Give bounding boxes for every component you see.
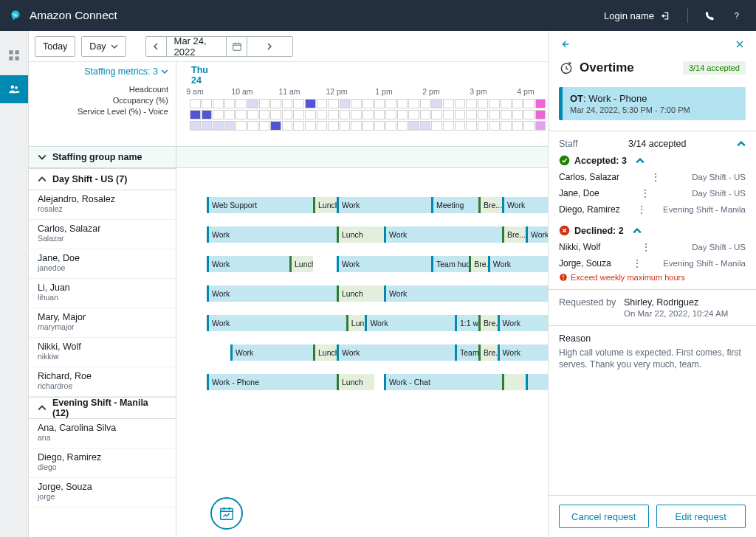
- hour-label: 1 pm: [375, 87, 392, 96]
- agent-row[interactable]: Carlos, SalazarSalazar: [29, 220, 176, 249]
- schedule-block[interactable]: Work: [230, 344, 313, 361]
- schedule-block[interactable]: Web Support: [207, 197, 313, 213]
- date-next[interactable]: [247, 37, 292, 56]
- heatmap-cell: [431, 110, 442, 119]
- schedule-block[interactable]: 1:1 with Ma...: [455, 315, 478, 331]
- group-evening-shift[interactable]: Evening Shift - Manila (12): [29, 397, 176, 419]
- schedule-block[interactable]: Work: [207, 256, 289, 272]
- edit-request-button[interactable]: Edit request: [656, 505, 746, 528]
- person-menu[interactable]: ⋮: [629, 260, 645, 266]
- schedule-block[interactable]: Work: [526, 226, 548, 243]
- schedule-block[interactable]: Bre...: [478, 315, 498, 331]
- schedule-block[interactable]: Lunch: [289, 256, 313, 272]
- schedule-block[interactable]: Lunch: [313, 197, 337, 213]
- schedule-block[interactable]: Bre...: [502, 226, 526, 243]
- help-icon[interactable]: ?: [732, 10, 743, 21]
- calendar-metrics-icon: [219, 505, 235, 522]
- close-icon[interactable]: [734, 38, 746, 50]
- schedule-block[interactable]: Work: [207, 226, 337, 243]
- agent-row[interactable]: Li, Juanlihuan: [29, 279, 176, 308]
- back-icon[interactable]: [559, 38, 571, 50]
- svg-point-0: [13, 13, 14, 15]
- sign-out-icon[interactable]: [660, 10, 671, 21]
- schedule-block[interactable]: Work: [207, 315, 346, 331]
- agent-row[interactable]: Nikki, Wolfnikkiw: [29, 338, 176, 367]
- agent-row[interactable]: Alejandro, Rosalezrosalez: [29, 190, 176, 220]
- intraday-report-button[interactable]: [210, 497, 243, 530]
- login-name-label[interactable]: Login name: [604, 10, 654, 21]
- heatmap-cell: [443, 121, 454, 131]
- agent-row[interactable]: Jane, Doejanedoe: [29, 249, 176, 279]
- view-select[interactable]: Day: [81, 36, 126, 57]
- schedule-block[interactable]: Work: [498, 344, 548, 361]
- schedule-block[interactable]: Work - Phone: [207, 374, 337, 390]
- schedule-block[interactable]: Work: [384, 226, 502, 243]
- heatmap-cell: [293, 121, 304, 131]
- schedule-block[interactable]: Work: [498, 315, 548, 331]
- chevron-up-icon[interactable]: [633, 226, 642, 235]
- schedule-block[interactable]: Work: [207, 285, 337, 302]
- schedule-block[interactable]: Meeting: [431, 197, 478, 213]
- schedule-block[interactable]: Lunch: [313, 344, 337, 361]
- person-menu[interactable]: ⋮: [637, 190, 653, 196]
- product-name: Amazon Connect: [30, 9, 117, 22]
- heatmap-cell: [224, 121, 236, 131]
- schedule-block[interactable]: Bre...: [478, 344, 498, 361]
- schedule-block[interactable]: Team huddle: [431, 256, 469, 272]
- schedule-block[interactable]: Work: [337, 197, 431, 213]
- cancel-request-button[interactable]: Cancel request: [559, 505, 649, 528]
- staffing-group-header[interactable]: Staffing group name: [29, 146, 176, 168]
- declined-section[interactable]: Declined: 2: [559, 225, 746, 236]
- schedule-block[interactable]: Work - Chat: [384, 374, 502, 390]
- agent-row[interactable]: Richard, Roerichardroe: [29, 367, 176, 397]
- heatmap-cell: [190, 99, 201, 108]
- chevron-down-icon: [161, 68, 168, 75]
- date-calendar[interactable]: [226, 37, 247, 56]
- heatmap-cell: [293, 99, 304, 108]
- nav-dashboard[interactable]: [0, 41, 28, 69]
- schedule-block[interactable]: Bre...: [469, 256, 488, 272]
- group-day-shift[interactable]: Day Shift - US (7): [29, 168, 176, 190]
- agent-row[interactable]: Ana, Carolina Silvaana: [29, 419, 176, 448]
- schedule-block[interactable]: Work: [337, 256, 431, 272]
- svg-point-1: [16, 13, 17, 15]
- agent-row[interactable]: Jorge, Souzajorge: [29, 478, 176, 507]
- person-menu[interactable]: ⋮: [647, 174, 664, 180]
- heatmap-cell: [489, 121, 500, 131]
- nav-staffing[interactable]: [0, 75, 28, 103]
- accepted-section[interactable]: Accepted: 3: [559, 155, 746, 166]
- chevron-up-icon[interactable]: [636, 156, 645, 165]
- overtime-card[interactable]: OT: Work - Phone Mar 24, 2022, 5:30 PM -…: [559, 87, 746, 120]
- schedule-block[interactable]: [526, 374, 548, 390]
- phone-icon[interactable]: [704, 10, 715, 21]
- date-display[interactable]: Mar 24, 2022: [167, 35, 227, 58]
- ot-activity: : Work - Phone: [583, 93, 647, 104]
- schedule-block[interactable]: Work: [502, 197, 548, 213]
- person-menu[interactable]: ⋮: [638, 244, 654, 250]
- schedule-block[interactable]: Bre...: [478, 197, 502, 213]
- schedule-block[interactable]: Team huddle: [455, 344, 478, 361]
- agent-name: Ana, Carolina Silva: [38, 423, 167, 433]
- schedule-block[interactable]: Lunch: [337, 374, 374, 390]
- schedule-block[interactable]: Work: [365, 315, 455, 331]
- schedule-block[interactable]: Work: [488, 256, 548, 272]
- schedule-block[interactable]: Lunch: [337, 285, 384, 302]
- agent-row[interactable]: Mary, Majormarymajor: [29, 308, 176, 338]
- date-prev[interactable]: [146, 37, 167, 56]
- heatmap-cell: [535, 121, 546, 131]
- heatmap-cell: [282, 99, 293, 108]
- schedule-block[interactable]: Work: [384, 285, 548, 302]
- heatmap-cell: [224, 99, 236, 108]
- schedule-block[interactable]: Lunch: [337, 226, 384, 243]
- metrics-toggle[interactable]: Staffing metrics: 3: [36, 66, 168, 84]
- schedule-block[interactable]: Work: [337, 344, 455, 361]
- heatmap-cell: [190, 121, 201, 131]
- person-menu[interactable]: ⋮: [633, 207, 650, 212]
- chevron-up-icon[interactable]: [737, 139, 746, 148]
- declined-label: Declined: 2: [574, 226, 624, 236]
- schedule-block[interactable]: Lun...: [346, 315, 365, 331]
- today-button[interactable]: Today: [35, 36, 75, 57]
- schedule-block[interactable]: [502, 374, 526, 390]
- agent-row[interactable]: Diego, Ramirezdiego: [29, 448, 176, 478]
- heatmap-cell: [190, 110, 201, 119]
